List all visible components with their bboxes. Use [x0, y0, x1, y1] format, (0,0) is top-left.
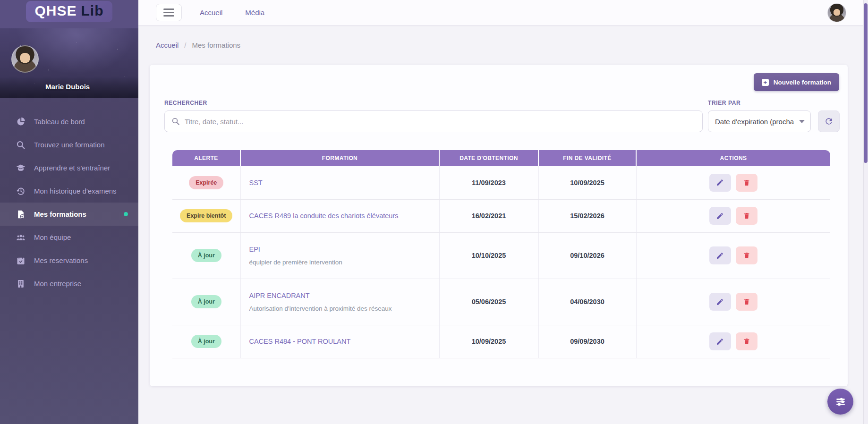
delete-button[interactable]	[736, 207, 757, 225]
formation-subtitle: équipier de première intervention	[241, 259, 439, 266]
topbar-avatar[interactable]	[827, 3, 846, 22]
status-badge: Expire bientôt	[180, 209, 232, 222]
formation-link[interactable]: CACES R489 la conduite des chariots élév…	[241, 212, 439, 220]
sidebar-item-label: Trouvez une formation	[34, 141, 105, 149]
sidebar-item-mes-formations[interactable]: Mes formations	[0, 203, 138, 226]
user-profile-panel: Marie Dubois	[0, 28, 138, 98]
formation-link[interactable]: SST	[241, 179, 439, 187]
search-icon	[171, 117, 180, 126]
top-nav: Accueil Média	[200, 8, 264, 17]
sidebar-menu: Tableau de bord Trouvez une formation Ap…	[0, 98, 138, 295]
table-row: Expire bientôt CACES R489 la conduite de…	[172, 199, 830, 232]
graduation-cap-icon	[16, 163, 26, 173]
nav-link-accueil[interactable]: Accueil	[200, 8, 222, 17]
sidebar-item-historique-examens[interactable]: Mon historique d'examens	[0, 179, 138, 203]
pencil-icon	[716, 212, 724, 220]
status-badge: À jour	[191, 249, 221, 262]
new-formation-button[interactable]: + Nouvelle formation	[754, 73, 839, 91]
delete-button[interactable]	[736, 332, 757, 350]
sidebar-item-label: Tableau de bord	[34, 118, 85, 126]
date-valid-until: 15/02/2026	[570, 212, 604, 220]
sidebar-item-apprendre[interactable]: Apprendre et s'entraîner	[0, 156, 138, 179]
table-row: À jour AIPR ENCADRANT Autorisation d'int…	[172, 279, 830, 325]
header-actions: ACTIONS	[636, 150, 830, 166]
sidebar-item-mon-entreprise[interactable]: Mon entreprise	[0, 272, 138, 295]
sidebar-item-label: Mes formations	[34, 210, 86, 218]
scrollbar-thumb[interactable]	[864, 3, 868, 163]
trash-icon	[743, 252, 750, 259]
date-valid-until: 10/09/2025	[570, 179, 604, 187]
refresh-icon	[824, 117, 834, 126]
sidebar-item-label: Mon historique d'examens	[34, 187, 117, 195]
date-valid-until: 09/09/2030	[570, 338, 604, 345]
chevron-down-icon	[799, 120, 805, 123]
sort-dropdown[interactable]: Date d'expiration (procha	[708, 110, 811, 132]
status-badge: À jour	[191, 295, 221, 308]
formations-table: ALERTE FORMATION DATE D'OBTENTION FIN DE…	[172, 150, 830, 358]
history-icon	[16, 187, 26, 196]
formation-subtitle: Autorisation d'intervention à proximité …	[241, 305, 439, 312]
pencil-icon	[716, 178, 724, 187]
date-obtained: 11/09/2023	[472, 179, 506, 187]
date-obtained: 10/10/2025	[472, 252, 506, 259]
table-row: À jour CACES R484 - PONT ROULANT 10/09/2…	[172, 325, 830, 358]
header-alerte: ALERTE	[172, 150, 240, 166]
breadcrumb-separator: /	[184, 41, 186, 49]
formation-link[interactable]: EPI	[241, 246, 439, 253]
logo-text-secondary: Lib	[81, 3, 104, 19]
delete-button[interactable]	[736, 293, 757, 311]
main-area: Accueil Média Accueil / Mes formations +…	[138, 0, 868, 424]
edit-button[interactable]	[709, 246, 731, 264]
new-formation-label: Nouvelle formation	[774, 79, 831, 86]
calendar-icon	[16, 256, 26, 265]
sidebar-item-mes-reservations[interactable]: Mes reservations	[0, 249, 138, 272]
app-logo[interactable]: QHSE Lib	[26, 1, 112, 22]
date-obtained: 10/09/2025	[472, 338, 506, 345]
table-row: Expirée SST 11/09/2023 10/09/2025	[172, 166, 830, 199]
trash-icon	[743, 298, 750, 305]
delete-button[interactable]	[736, 174, 757, 192]
table-row: À jour EPI équipier de première interven…	[172, 232, 830, 279]
logo-bar: QHSE Lib	[0, 0, 138, 28]
delete-button[interactable]	[736, 246, 757, 264]
breadcrumb-accueil[interactable]: Accueil	[156, 41, 179, 49]
topbar: Accueil Média	[138, 0, 868, 25]
status-badge: Expirée	[189, 176, 223, 189]
trash-icon	[743, 179, 750, 187]
pencil-icon	[716, 252, 724, 260]
edit-button[interactable]	[709, 332, 731, 350]
date-valid-until: 04/06/2030	[570, 298, 604, 305]
header-formation: FORMATION	[240, 150, 439, 166]
formation-link[interactable]: AIPR ENCADRANT	[241, 292, 439, 299]
breadcrumb-mes-formations: Mes formations	[192, 41, 241, 49]
trash-icon	[743, 212, 750, 220]
search-icon	[16, 140, 26, 150]
search-label: RECHERCHER	[164, 100, 207, 106]
team-icon	[16, 233, 26, 242]
formation-link[interactable]: CACES R484 - PONT ROULANT	[241, 338, 439, 345]
pie-chart-icon	[16, 117, 26, 127]
search-input[interactable]	[185, 118, 702, 126]
sidebar-item-trouvez-une-formation[interactable]: Trouvez une formation	[0, 133, 138, 156]
pencil-icon	[716, 298, 724, 306]
filter-fab-button[interactable]	[827, 389, 853, 415]
edit-button[interactable]	[709, 207, 731, 225]
hamburger-icon	[163, 8, 174, 10]
nav-link-media[interactable]: Média	[245, 8, 264, 17]
sort-label: TRIER PAR	[708, 100, 740, 106]
sidebar-item-label: Mon équipe	[34, 233, 71, 241]
menu-toggle-button[interactable]	[156, 4, 182, 21]
sidebar-item-mon-equipe[interactable]: Mon équipe	[0, 226, 138, 249]
date-obtained: 05/06/2025	[472, 298, 506, 305]
user-avatar[interactable]	[11, 45, 39, 73]
pencil-icon	[716, 338, 724, 346]
sidebar-item-tableau-de-bord[interactable]: Tableau de bord	[0, 110, 138, 133]
sidebar-item-label: Mon entreprise	[34, 280, 81, 288]
building-icon	[16, 279, 26, 288]
refresh-button[interactable]	[818, 110, 840, 132]
notification-dot	[124, 212, 128, 216]
edit-button[interactable]	[709, 293, 731, 311]
page-scrollbar[interactable]	[863, 0, 868, 424]
edit-button[interactable]	[709, 174, 731, 192]
trash-icon	[743, 338, 750, 345]
